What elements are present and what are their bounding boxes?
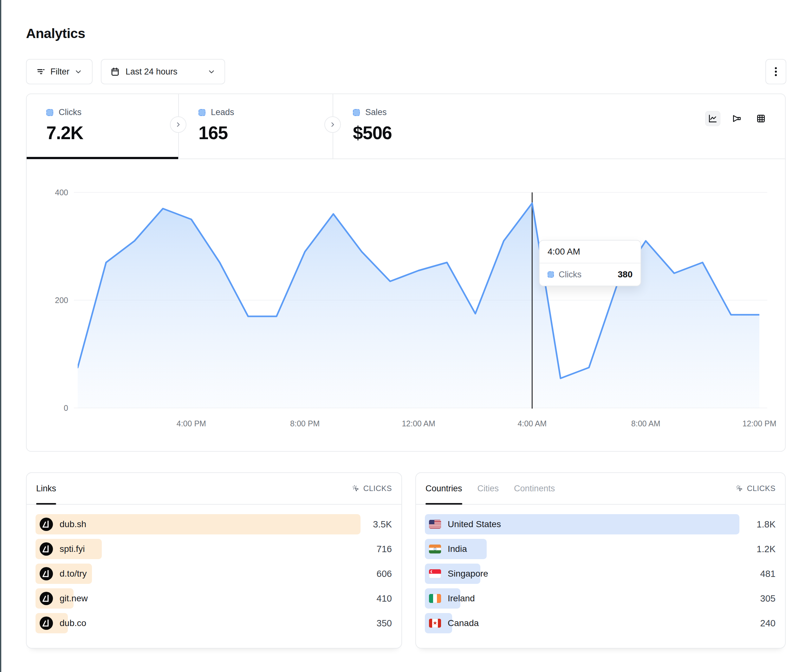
link-list-item[interactable]: dub.co 350 bbox=[36, 613, 392, 633]
tooltip-series-label: Clicks bbox=[559, 270, 582, 280]
country-label: Singapore bbox=[448, 569, 488, 579]
country-list-item[interactable]: Canada 240 bbox=[425, 613, 776, 633]
stat-label: Clicks bbox=[59, 107, 82, 117]
country-label: Canada bbox=[448, 618, 479, 628]
dub-logo-icon bbox=[39, 592, 53, 605]
cursor-click-icon bbox=[352, 484, 360, 492]
links-panel: Links CLICKS dub.sh 3.5K bbox=[26, 472, 402, 648]
country-list-item[interactable]: Singapore 481 bbox=[425, 564, 776, 584]
link-list-item[interactable]: spti.fyi 716 bbox=[36, 539, 392, 559]
date-range-button[interactable]: Last 24 hours bbox=[101, 59, 225, 84]
dub-logo-icon bbox=[39, 567, 53, 580]
line-chart-icon bbox=[708, 113, 718, 124]
country-clicks-value: 305 bbox=[760, 588, 776, 609]
link-list-item[interactable]: d.to/try 606 bbox=[36, 564, 392, 584]
more-options-button[interactable] bbox=[765, 59, 786, 84]
grid-icon bbox=[756, 113, 766, 124]
link-clicks-value: 3.5K bbox=[373, 514, 392, 534]
cursor-click-icon bbox=[735, 484, 743, 492]
stats-row: Clicks 7.2K Leads 165 Sales $506 bbox=[27, 94, 785, 159]
tab-links[interactable]: Links bbox=[36, 473, 56, 504]
chevron-right-icon bbox=[175, 121, 181, 128]
country-flag-icon bbox=[429, 569, 441, 578]
y-tick-label: 0 bbox=[32, 404, 68, 413]
stat-value: $506 bbox=[353, 122, 392, 143]
date-range-label: Last 24 hours bbox=[126, 67, 177, 77]
country-list-item[interactable]: Ireland 305 bbox=[425, 588, 776, 609]
dub-logo-icon bbox=[39, 518, 53, 531]
chevron-down-icon bbox=[74, 68, 82, 76]
country-clicks-value: 1.8K bbox=[757, 514, 776, 534]
filter-button[interactable]: Filter bbox=[26, 59, 92, 84]
country-list-item[interactable]: India 1.2K bbox=[425, 539, 776, 559]
link-label: dub.co bbox=[60, 618, 86, 628]
x-tick-label: 8:00 AM bbox=[631, 419, 660, 428]
link-list-item[interactable]: dub.sh 3.5K bbox=[36, 514, 392, 534]
link-clicks-value: 350 bbox=[377, 613, 392, 633]
tab-label: Links bbox=[36, 484, 56, 493]
chart-tooltip: 4:00 AM Clicks 380 bbox=[539, 240, 641, 286]
country-flag-icon bbox=[429, 520, 441, 529]
tab-countries[interactable]: Countries bbox=[425, 473, 462, 504]
active-stat-underline bbox=[27, 157, 178, 159]
x-tick-label: 12:00 AM bbox=[402, 419, 435, 428]
funnel-icon bbox=[732, 113, 742, 124]
sales-legend-swatch bbox=[353, 109, 360, 116]
area-fill bbox=[78, 203, 759, 408]
tab-continents[interactable]: Continents bbox=[514, 473, 555, 504]
countries-panel: Countries Cities Continents CLICKS Unite… bbox=[415, 472, 786, 648]
x-tick-label: 12:00 PM bbox=[742, 419, 776, 428]
metric-label: CLICKS bbox=[363, 484, 392, 493]
links-metric-selector[interactable]: CLICKS bbox=[352, 484, 392, 493]
line-chart-view-button[interactable] bbox=[705, 111, 720, 126]
country-label: United States bbox=[448, 519, 501, 529]
tab-cities[interactable]: Cities bbox=[478, 473, 499, 504]
chevron-right-icon bbox=[329, 121, 336, 128]
country-flag-icon bbox=[429, 619, 441, 628]
tooltip-series-value: 380 bbox=[618, 269, 633, 280]
country-list-item[interactable]: United States 1.8K bbox=[425, 514, 776, 534]
clicks-area-chart[interactable] bbox=[78, 177, 759, 411]
y-tick-label: 200 bbox=[32, 296, 68, 305]
clicks-legend-swatch bbox=[46, 109, 53, 116]
leads-legend-swatch bbox=[198, 109, 205, 116]
left-edge-accent bbox=[0, 0, 1, 672]
country-flag-icon bbox=[429, 594, 441, 603]
country-flag-icon bbox=[429, 544, 441, 553]
country-label: India bbox=[448, 544, 467, 554]
x-tick-label: 8:00 PM bbox=[290, 419, 320, 428]
country-clicks-value: 1.2K bbox=[757, 539, 776, 559]
page-title: Analytics bbox=[26, 26, 85, 41]
stat-card-sales[interactable]: Sales $506 bbox=[333, 94, 492, 159]
stat-card-leads[interactable]: Leads 165 bbox=[179, 94, 333, 159]
dub-logo-icon bbox=[39, 617, 53, 630]
stat-value: 7.2K bbox=[46, 122, 83, 143]
next-stat-button[interactable] bbox=[324, 116, 341, 133]
countries-metric-selector[interactable]: CLICKS bbox=[735, 484, 776, 493]
link-label: spti.fyi bbox=[60, 544, 85, 554]
tab-label: Cities bbox=[478, 484, 499, 493]
next-stat-button[interactable] bbox=[170, 116, 186, 133]
country-clicks-value: 481 bbox=[760, 564, 776, 584]
filter-icon bbox=[36, 67, 46, 77]
tooltip-time: 4:00 AM bbox=[540, 240, 640, 263]
stat-label: Sales bbox=[365, 107, 387, 117]
country-clicks-value: 240 bbox=[760, 613, 776, 633]
table-view-button[interactable] bbox=[753, 111, 769, 126]
stat-value: 165 bbox=[198, 122, 234, 143]
link-label: dub.sh bbox=[60, 519, 86, 529]
x-tick-label: 4:00 AM bbox=[517, 419, 547, 428]
link-clicks-value: 716 bbox=[377, 539, 392, 559]
country-label: Ireland bbox=[448, 594, 475, 604]
tooltip-legend-swatch bbox=[548, 271, 554, 278]
dub-logo-icon bbox=[39, 542, 53, 556]
link-list-item[interactable]: git.new 410 bbox=[36, 588, 392, 609]
chevron-down-icon bbox=[207, 68, 216, 76]
link-label: d.to/try bbox=[60, 569, 87, 579]
stat-card-clicks[interactable]: Clicks 7.2K bbox=[27, 94, 178, 159]
link-clicks-value: 606 bbox=[377, 564, 392, 584]
funnel-view-button[interactable] bbox=[729, 111, 744, 126]
x-tick-label: 4:00 PM bbox=[177, 419, 206, 428]
tab-label: Countries bbox=[425, 484, 462, 493]
metric-label: CLICKS bbox=[747, 484, 776, 493]
